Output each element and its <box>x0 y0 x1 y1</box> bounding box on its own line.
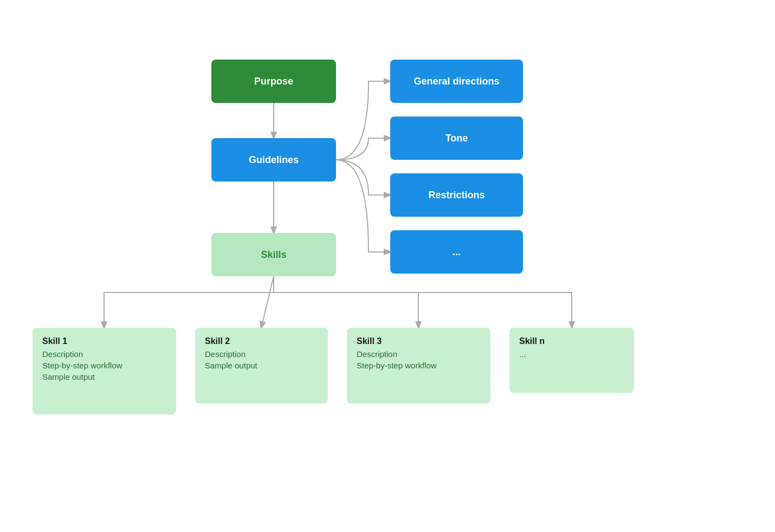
purpose-node: Purpose <box>211 60 336 103</box>
skill2-detail-0: Description <box>205 349 246 359</box>
skill3-title: Skill 3 <box>357 336 382 346</box>
skill1-detail-1: Step-by-step workflow <box>42 361 122 370</box>
tone-node: Tone <box>390 116 523 160</box>
tone-label: Tone <box>445 133 468 144</box>
skills-label: Skills <box>261 249 286 261</box>
skill1-detail-2: Sample output <box>42 372 95 381</box>
skill2-detail-1: Sample output <box>205 361 257 370</box>
ellipsis-blue-label: ... <box>453 246 461 258</box>
ellipsis-blue-node: ... <box>390 230 523 274</box>
skill1-title: Skill 1 <box>42 336 67 346</box>
skill3-detail-1: Step-by-step workflow <box>357 361 437 370</box>
skill-n-node: Skill n ... <box>509 328 634 393</box>
skill-n-title: Skill n <box>519 336 545 346</box>
skill1-detail-0: Description <box>42 349 83 359</box>
skill1-node: Skill 1 Description Step-by-step workflo… <box>33 328 176 414</box>
skill3-detail-0: Description <box>357 349 397 359</box>
guidelines-node: Guidelines <box>211 138 336 181</box>
restrictions-label: Restrictions <box>428 190 485 201</box>
diagram-container: Purpose Guidelines General directions To… <box>0 0 775 532</box>
skill3-node: Skill 3 Description Step-by-step workflo… <box>347 328 490 404</box>
skill-n-detail-0: ... <box>519 349 526 359</box>
connectors-svg <box>0 0 775 532</box>
skill2-title: Skill 2 <box>205 336 230 346</box>
general-directions-label: General directions <box>414 76 499 87</box>
purpose-label: Purpose <box>254 76 293 87</box>
guidelines-label: Guidelines <box>249 154 299 166</box>
skill2-node: Skill 2 Description Sample output <box>195 328 328 404</box>
restrictions-node: Restrictions <box>390 173 523 217</box>
skills-node: Skills <box>211 233 336 276</box>
general-directions-node: General directions <box>390 60 523 103</box>
svg-line-2 <box>261 276 274 328</box>
